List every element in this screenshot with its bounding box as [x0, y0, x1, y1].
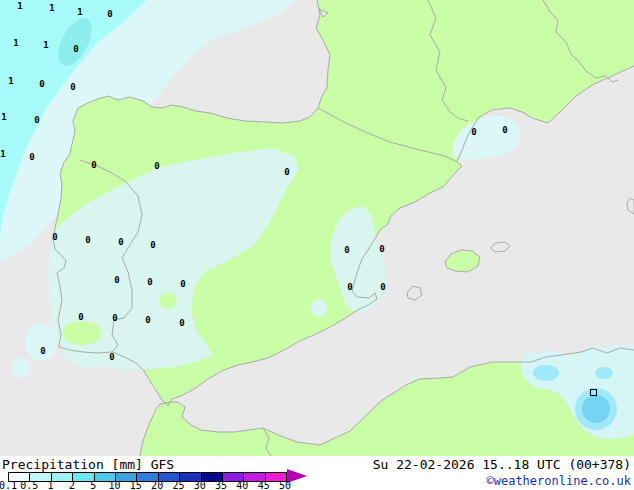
precip-value-marker: 0 — [471, 128, 476, 137]
precip-value-marker: 0 — [150, 241, 155, 250]
precip-value-marker: 1 — [77, 8, 82, 17]
precip-value-marker: 0 — [147, 278, 152, 287]
precip-value-marker: 0 — [112, 314, 117, 323]
precip-value-marker: 1 — [13, 39, 18, 48]
legend-tick-labels: 0.10.5125101520253035404550 — [8, 481, 308, 490]
legend-tick-label: 2 — [69, 481, 75, 490]
precip-value-marker: 0 — [347, 283, 352, 292]
precip-value-marker: 0 — [179, 319, 184, 328]
legend-title: Precipitation [mm] GFS — [2, 457, 174, 472]
legend-bar: Precipitation [mm] GFS Su 22-02-2026 15.… — [0, 456, 634, 490]
forecast-timestamp: Su 22-02-2026 15..18 UTC (00+378) — [373, 457, 631, 472]
legend-tick-label: 25 — [172, 481, 184, 490]
precip-value-marker: 1 — [49, 4, 54, 13]
precip-value-marker: 0 — [39, 80, 44, 89]
precip-value-marker: 0 — [34, 116, 39, 125]
legend-tick-label: 0.1 — [0, 481, 17, 490]
precip-value-marker: 0 — [180, 280, 185, 289]
precip-small-patch — [311, 299, 327, 317]
precip-value-marker: 0 — [154, 162, 159, 171]
precipitation-map: 111011010010100000000000000000000000 — [0, 0, 634, 456]
legend-tick-label: 50 — [279, 481, 291, 490]
legend-tick-label: 1 — [48, 481, 54, 490]
legend-tick-label: 35 — [215, 481, 227, 490]
precip-value-marker: 1 — [8, 77, 13, 86]
map-svg — [0, 0, 634, 456]
dry-hole-algarve — [62, 321, 102, 345]
legend-tick-label: 0.5 — [20, 481, 38, 490]
precip-value-marker: 1 — [0, 150, 5, 159]
precip-value-marker: 0 — [52, 233, 57, 242]
precip-value-marker: 0 — [379, 245, 384, 254]
station-square-marker — [590, 389, 597, 396]
precip-value-marker: 1 — [17, 2, 22, 11]
precip-value-marker: 0 — [284, 168, 289, 177]
precip-value-marker: 0 — [29, 153, 34, 162]
precip-value-marker: 0 — [502, 126, 507, 135]
precip-value-marker: 1 — [1, 113, 6, 122]
precip-value-marker: 0 — [114, 276, 119, 285]
precip-value-marker: 0 — [91, 161, 96, 170]
legend-tick-label: 30 — [194, 481, 206, 490]
legend-tick-label: 10 — [109, 481, 121, 490]
precip-africa-blob-west — [533, 365, 559, 381]
dry-hole-inland — [159, 293, 177, 309]
legend-tick-label: 20 — [151, 481, 163, 490]
precip-value-marker: 0 — [145, 316, 150, 325]
precip-value-marker: 0 — [78, 313, 83, 322]
legend-tick-label: 15 — [130, 481, 142, 490]
precip-value-marker: 0 — [380, 283, 385, 292]
legend-tick-label: 5 — [90, 481, 96, 490]
precip-value-marker: 0 — [73, 45, 78, 54]
precip-value-marker: 0 — [118, 238, 123, 247]
weather-map-screenshot: 111011010010100000000000000000000000 Pre… — [0, 0, 634, 490]
precip-value-marker: 0 — [70, 83, 75, 92]
precip-cadiz-blob-small — [12, 358, 30, 378]
precip-value-marker: 0 — [109, 353, 114, 362]
copyright-link[interactable]: ©weatheronline.co.uk — [487, 474, 632, 488]
precip-value-marker: 0 — [107, 10, 112, 19]
legend-tick-label: 45 — [258, 481, 270, 490]
precip-value-marker: 0 — [85, 236, 90, 245]
precip-value-marker: 0 — [40, 347, 45, 356]
legend-tick-label: 40 — [236, 481, 248, 490]
precip-africa-blob-east — [595, 367, 613, 379]
precip-cell-core — [582, 395, 610, 423]
precip-value-marker: 1 — [43, 41, 48, 50]
precip-value-marker: 0 — [344, 246, 349, 255]
